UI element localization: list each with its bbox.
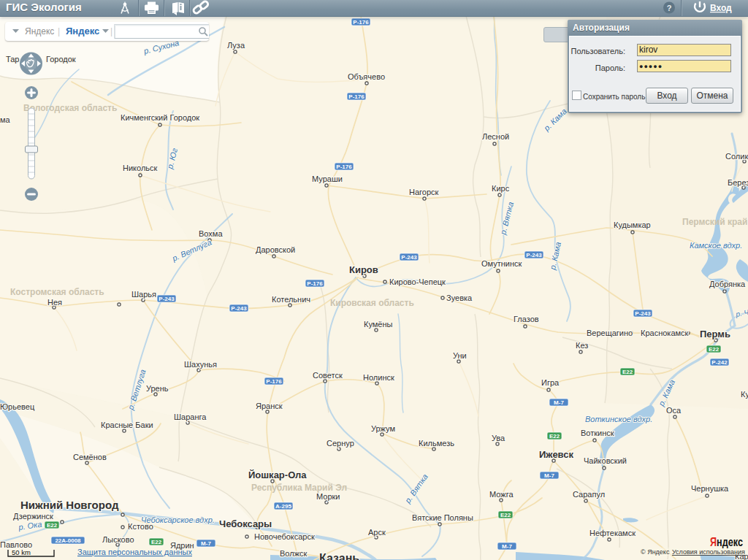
svg-text:Юрьевец: Юрьевец: [0, 402, 35, 411]
svg-text:Казань: Казань: [319, 552, 359, 560]
svg-text:|: |: [58, 26, 60, 37]
svg-text:Защита персональных данных: Защита персональных данных: [77, 548, 192, 556]
svg-text:Объячево: Объячево: [348, 72, 385, 81]
svg-text:Камское вдхр.: Камское вдхр.: [690, 241, 742, 250]
svg-text:Воткинск: Воткинск: [581, 429, 614, 437]
svg-text:Р-243: Р-243: [159, 296, 175, 302]
svg-text:22А-0008: 22А-0008: [55, 537, 81, 544]
svg-text:Добрянка: Добрянка: [709, 280, 746, 288]
svg-text:М-7: М-7: [544, 472, 554, 479]
svg-text:М-7: М-7: [502, 543, 512, 550]
svg-text:Краснокамск: Краснокамск: [641, 329, 689, 337]
svg-text:Даровской: Даровской: [256, 245, 295, 254]
svg-text:Нолинск: Нолинск: [363, 373, 394, 382]
svg-text:Е22: Е22: [151, 539, 162, 545]
svg-text:Ува: Ува: [492, 434, 505, 442]
svg-text:Кирс: Кирс: [492, 184, 510, 193]
svg-text:Р-176: Р-176: [336, 164, 352, 170]
svg-text:Можга: Можга: [489, 490, 514, 499]
svg-text:Зуевка: Зуевка: [446, 294, 473, 302]
svg-text:Сарапул: Сарапул: [573, 490, 605, 499]
svg-text:Вход: Вход: [710, 3, 732, 13]
svg-text:Р-243: Р-243: [231, 305, 247, 312]
svg-text:Е22: Е22: [500, 512, 511, 518]
svg-text:Волжск: Волжск: [280, 549, 307, 558]
svg-text:Уржум: Уржум: [371, 424, 395, 433]
svg-text:Нефтекамск: Нефтекамск: [589, 529, 636, 537]
svg-text:Шахунья: Шахунья: [184, 360, 217, 369]
svg-text:Пермский край: Пермский край: [682, 217, 747, 227]
svg-text:Е22: Е22: [549, 433, 560, 440]
svg-text:Кирово-Чепецк: Кирово-Чепецк: [389, 277, 446, 286]
svg-text:Глазов: Глазов: [514, 315, 539, 323]
svg-text:Шарья: Шарья: [131, 290, 156, 299]
svg-text:Уни: Уни: [453, 351, 467, 360]
svg-text:Дзержинск: Дзержинск: [13, 512, 53, 521]
svg-text:Шаранга: Шаранга: [174, 413, 207, 421]
svg-text:Кудымкар: Кудымкар: [614, 220, 651, 229]
svg-text:Чернушка: Чернушка: [691, 484, 729, 493]
svg-text:Нея: Нея: [47, 298, 62, 307]
svg-text:Кез: Кез: [576, 341, 588, 350]
svg-text:Новочебоксарск: Новочебоксарск: [254, 532, 315, 541]
svg-text:Условия использования: Условия использования: [672, 548, 745, 556]
svg-text:Никольск: Никольск: [123, 164, 158, 172]
svg-text:Воткинское вдхр.: Воткинское вдхр.: [585, 415, 652, 423]
svg-text:Кильмезь: Кильмезь: [419, 439, 454, 448]
svg-text:Е22: Е22: [622, 369, 633, 375]
svg-text:Семёнов: Семёнов: [73, 453, 107, 461]
svg-text:Яндекс: Яндекс: [710, 535, 743, 549]
svg-text:М-7: М-7: [201, 540, 211, 547]
svg-text:50 km: 50 km: [12, 548, 31, 556]
svg-text:Лысково: Лысково: [102, 535, 134, 544]
svg-text:Р-176: Р-176: [266, 378, 282, 385]
svg-text:|: |: [110, 26, 112, 37]
svg-text:?: ?: [667, 4, 672, 12]
svg-text:Р-176: Р-176: [348, 93, 365, 100]
svg-text:Сернур: Сернур: [327, 439, 354, 448]
svg-text:М-7: М-7: [554, 399, 564, 406]
svg-text:Р-176: Р-176: [307, 280, 323, 287]
svg-text:© Яндекс: © Яндекс: [641, 548, 670, 556]
svg-text:Кумёны: Кумёны: [364, 320, 393, 329]
svg-text:Урень: Урень: [146, 384, 169, 393]
svg-text:Чайковский: Чайковский: [584, 456, 627, 465]
svg-text:Омутнинск: Омутнинск: [481, 259, 522, 268]
svg-text:Йошкар-Ола: Йошкар-Ола: [248, 469, 307, 480]
svg-text:Р-243: Р-243: [635, 310, 651, 317]
svg-text:Морки: Морки: [316, 492, 340, 501]
svg-text:Красные Баки: Красные Баки: [101, 421, 153, 429]
svg-text:Луза: Луза: [227, 41, 245, 50]
svg-text:Яндекс: Яндекс: [66, 26, 99, 37]
svg-text:Кичменгский Городок: Кичменгский Городок: [121, 113, 199, 122]
svg-text:А-295: А-295: [275, 503, 291, 510]
svg-text:Р-243: Р-243: [401, 254, 417, 261]
svg-text:Вохма: Вохма: [199, 229, 223, 238]
svg-text:Чебоксарское вдхр.: Чебоксарское вдхр.: [141, 515, 215, 524]
svg-text:Р-243: Р-243: [526, 252, 542, 258]
svg-text:Вятские Поляны: Вятские Поляны: [412, 513, 473, 522]
svg-text:Нижний Новгород: Нижний Новгород: [20, 499, 119, 511]
svg-text:Арск: Арск: [368, 528, 386, 537]
svg-text:Котельнич: Котельнич: [272, 295, 310, 304]
svg-text:Р-242: Р-242: [711, 359, 728, 366]
svg-text:Нагорск: Нагорск: [409, 188, 439, 196]
svg-text:Чебоксары: Чебоксары: [219, 518, 272, 529]
svg-text:Республика Марий Эл: Республика Марий Эл: [251, 483, 347, 493]
svg-text:Р-176: Р-176: [353, 19, 369, 26]
svg-text:Кировская область: Кировская область: [330, 298, 414, 308]
svg-text:Яндекс: Яндекс: [25, 26, 54, 37]
svg-text:Ижевск: Ижевск: [539, 449, 574, 460]
svg-text:Соликамск: Соликамск: [725, 152, 748, 161]
svg-text:Яранск: Яранск: [256, 402, 283, 410]
svg-text:Е22: Е22: [47, 522, 58, 529]
svg-text:Верещагино: Верещагино: [587, 329, 633, 337]
svg-text:Оса: Оса: [666, 406, 682, 415]
svg-text:Березники: Березники: [728, 178, 748, 187]
svg-text:Е22: Е22: [709, 346, 720, 353]
svg-text:Киров: Киров: [349, 264, 378, 275]
svg-text:Лесной: Лесной: [482, 132, 509, 141]
svg-text:Ку: Ку: [741, 390, 748, 399]
svg-text:Костромская область: Костромская область: [10, 287, 104, 297]
svg-text:Пермь: Пермь: [700, 329, 730, 340]
